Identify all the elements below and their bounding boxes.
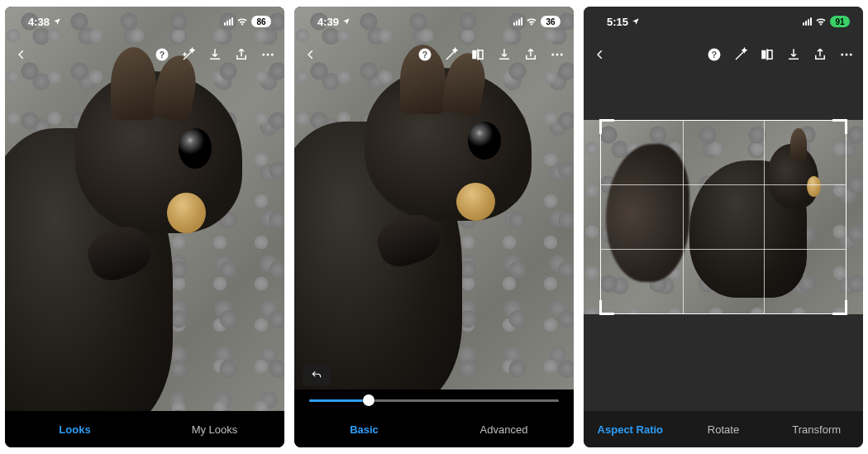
svg-point-3 — [267, 54, 269, 56]
status-time: 4:39 — [317, 16, 339, 28]
slider-track[interactable] — [309, 399, 559, 402]
top-nav: ? — [294, 40, 574, 69]
download-icon[interactable] — [785, 46, 802, 63]
status-time: 5:15 — [607, 16, 628, 28]
svg-text:?: ? — [160, 50, 165, 60]
svg-point-12 — [560, 54, 563, 56]
signal-icon — [513, 17, 522, 26]
grid-line — [601, 249, 845, 250]
status-time: 4:38 — [28, 16, 50, 28]
svg-text:?: ? — [422, 50, 427, 60]
top-nav: ? — [584, 40, 863, 69]
slider-fill — [309, 399, 369, 402]
status-bar: 5:15 91 — [584, 10, 863, 33]
share-icon[interactable] — [233, 46, 250, 63]
wifi-icon — [236, 16, 248, 28]
location-icon — [53, 16, 61, 28]
slider-thumb[interactable] — [363, 394, 374, 406]
help-icon[interactable]: ? — [154, 46, 170, 63]
help-icon[interactable]: ? — [417, 46, 433, 63]
crop-handle-br[interactable] — [832, 300, 847, 315]
battery-pill: 91 — [830, 16, 850, 27]
wifi-icon — [526, 16, 537, 28]
bottom-tab-bar: Aspect Ratio Rotate Transform — [584, 411, 863, 447]
battery-pill: 36 — [541, 16, 560, 27]
top-nav: ? — [5, 40, 284, 69]
tab-rotate[interactable]: Rotate — [677, 413, 770, 446]
crop-handle-tl[interactable] — [599, 119, 614, 134]
tab-transform[interactable]: Transform — [770, 413, 863, 446]
svg-point-4 — [271, 54, 274, 56]
svg-point-2 — [262, 54, 265, 56]
signal-icon — [803, 17, 812, 26]
location-icon — [342, 16, 351, 28]
svg-rect-8 — [479, 50, 483, 60]
undo-button[interactable] — [303, 365, 331, 386]
magic-wand-icon[interactable] — [443, 46, 460, 63]
crop-handle-tr[interactable] — [832, 119, 847, 134]
crop-handle-bl[interactable] — [599, 300, 614, 315]
phone-screen-2: 4:39 36 ? — [294, 7, 574, 447]
more-icon[interactable] — [549, 46, 565, 63]
tab-my-looks[interactable]: My Looks — [145, 413, 284, 446]
magic-wand-icon[interactable] — [180, 46, 197, 63]
tab-basic[interactable]: Basic — [294, 413, 434, 446]
help-icon[interactable]: ? — [706, 46, 723, 63]
svg-point-10 — [551, 54, 554, 56]
more-icon[interactable] — [838, 46, 855, 63]
grid-line — [683, 121, 684, 313]
share-icon[interactable] — [522, 46, 539, 63]
phone-screen-1: 4:38 86 ? — [5, 7, 284, 447]
wifi-icon — [815, 16, 827, 28]
compare-icon[interactable] — [470, 46, 486, 63]
battery-pill: 86 — [251, 16, 271, 27]
signal-icon — [224, 17, 233, 26]
phone-screen-3: 5:15 91 ? — [584, 7, 863, 447]
magic-wand-icon[interactable] — [732, 46, 749, 63]
adjustment-slider[interactable] — [294, 389, 574, 411]
tab-advanced[interactable]: Advanced — [434, 413, 574, 446]
crop-overlay[interactable] — [600, 120, 846, 314]
tab-looks[interactable]: Looks — [5, 413, 145, 446]
grid-line — [601, 184, 845, 185]
back-button[interactable] — [592, 46, 608, 63]
svg-point-11 — [556, 54, 559, 56]
grid-line — [764, 121, 765, 313]
bottom-tab-bar: Basic Advanced — [294, 411, 574, 447]
svg-point-19 — [846, 54, 848, 56]
back-button[interactable] — [303, 46, 319, 63]
download-icon[interactable] — [496, 46, 513, 63]
compare-icon[interactable] — [759, 46, 775, 63]
location-icon — [632, 16, 640, 28]
bottom-tab-bar: Looks My Looks — [5, 411, 284, 447]
svg-text:?: ? — [712, 50, 717, 60]
svg-point-20 — [850, 54, 852, 56]
status-bar: 4:38 86 — [5, 10, 284, 33]
status-bar: 4:39 36 — [294, 10, 574, 33]
back-button[interactable] — [13, 46, 30, 63]
tab-aspect-ratio[interactable]: Aspect Ratio — [584, 413, 677, 446]
download-icon[interactable] — [207, 46, 223, 63]
svg-rect-16 — [768, 50, 772, 60]
more-icon[interactable] — [260, 46, 276, 63]
share-icon[interactable] — [812, 46, 828, 63]
svg-rect-7 — [472, 50, 476, 60]
svg-rect-15 — [761, 50, 765, 60]
svg-point-18 — [841, 54, 843, 56]
